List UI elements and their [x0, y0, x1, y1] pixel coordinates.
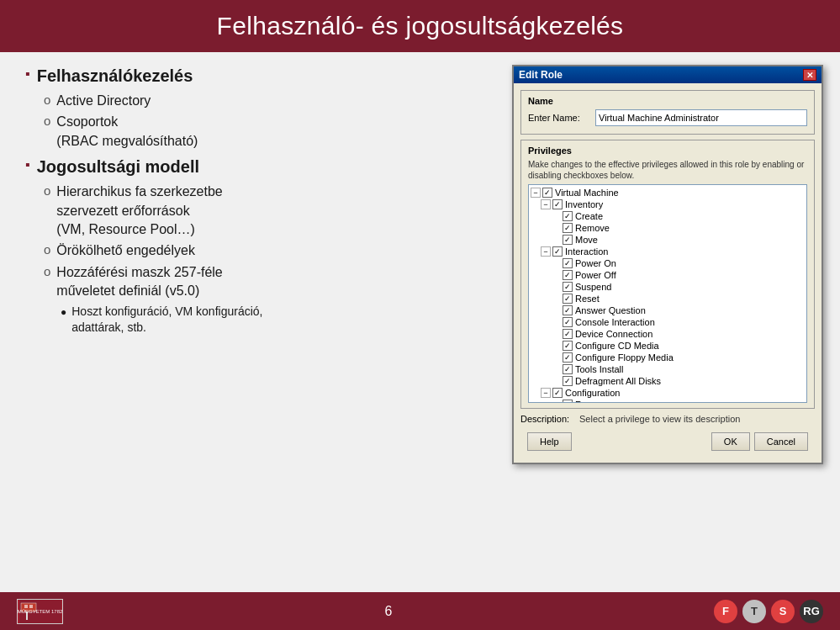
svg-rect-3: [29, 605, 33, 608]
list-item: o Hierarchikus fa szerkezetbeszervezett …: [44, 183, 495, 239]
tree-checkbox[interactable]: ✓: [552, 388, 563, 398]
section1: ▪ Felhasználókezelés: [25, 65, 495, 87]
slide-body: ▪ Felhasználókezelés o Active Directory …: [0, 52, 840, 592]
tree-checkbox[interactable]: ✓: [563, 364, 573, 374]
tree-row[interactable]: ✓ Create: [551, 210, 805, 222]
privileges-desc: Make changes to the effective privileges…: [528, 159, 807, 181]
privileges-label: Privileges: [528, 146, 807, 156]
tree-checkbox[interactable]: ✓: [563, 211, 573, 221]
tree-checkbox[interactable]: ✓: [563, 376, 573, 386]
tree-row[interactable]: ✓ Defragment All Disks: [551, 375, 805, 387]
tree-checkbox[interactable]: ✓: [552, 246, 563, 257]
sub-bullet: o: [44, 242, 50, 257]
tree-label: Configuration: [565, 388, 620, 398]
tree-checkbox[interactable]: ✓: [542, 188, 552, 198]
section1-bullet: ▪: [25, 66, 30, 82]
ok-button[interactable]: OK: [711, 432, 750, 451]
tree-checkbox[interactable]: ✓: [552, 199, 563, 209]
enter-name-label: Enter Name:: [528, 113, 595, 123]
tree-row[interactable]: ✓ Power On: [551, 257, 805, 269]
sub-bullet: o: [44, 183, 50, 198]
dialog-titlebar: Edit Role ✕: [514, 66, 822, 83]
tree-row[interactable]: ✓ Move: [551, 234, 805, 246]
tree-row[interactable]: ✓ Rename: [551, 399, 805, 403]
sub-sub-text: Hoszt konfiguráció, VM konfiguráció,adat…: [71, 304, 262, 336]
tree-checkbox[interactable]: ✓: [563, 258, 573, 268]
tree-checkbox[interactable]: ✓: [563, 400, 573, 403]
name-row: Enter Name:: [528, 109, 807, 126]
footer-icon-rg: RG: [800, 600, 823, 623]
tree-checkbox[interactable]: ✓: [563, 329, 573, 339]
sub-text: Csoportok(RBAC megvalósítható): [56, 113, 198, 151]
tree-label: Inventory: [565, 199, 603, 209]
tree-label: Power On: [575, 258, 616, 268]
tree-row[interactable]: ✓ Console Interaction: [551, 316, 805, 328]
page-number: 6: [385, 604, 393, 619]
footer-logo: MŰEGYETEM 1782: [17, 599, 63, 624]
svg-rect-2: [24, 605, 28, 608]
tree-label: Rename: [575, 400, 610, 403]
edit-role-dialog: Edit Role ✕ Name Enter Name:: [512, 65, 823, 464]
tree-row[interactable]: ✓ Suspend: [551, 281, 805, 293]
tree-checkbox[interactable]: ✓: [563, 223, 573, 233]
slide-title: Felhasználó- és jogosultságkezelés: [217, 12, 624, 40]
tree-checkbox[interactable]: ✓: [563, 352, 573, 363]
slide-header: Felhasználó- és jogosultságkezelés: [0, 0, 840, 52]
tree-label: Tools Install: [575, 364, 623, 374]
tree-expand-icon[interactable]: −: [541, 246, 551, 257]
tree-expand-icon[interactable]: −: [541, 199, 551, 209]
section1-title: Felhasználókezelés: [37, 65, 193, 87]
list-item: ● Hoszt konfiguráció, VM konfiguráció,ad…: [61, 304, 495, 336]
tree-checkbox[interactable]: ✓: [563, 270, 573, 280]
tree-label: Configure Floppy Media: [575, 352, 674, 363]
dialog-body: Name Enter Name: Privileges Make changes…: [514, 83, 822, 463]
section1-sublist: o Active Directory o Csoportok(RBAC megv…: [44, 92, 495, 151]
tree-row[interactable]: ✓ Answer Question: [551, 304, 805, 316]
tree-checkbox[interactable]: ✓: [563, 235, 573, 245]
cancel-button[interactable]: Cancel: [754, 432, 808, 451]
dialog-close-button[interactable]: ✕: [803, 69, 816, 81]
right-content: Edit Role ✕ Name Enter Name:: [512, 61, 823, 588]
tree-label: Answer Question: [575, 305, 646, 315]
sub-bullet: o: [44, 264, 50, 278]
tree-label: Interaction: [565, 246, 608, 257]
tree-row[interactable]: − ✓ Inventory: [541, 199, 805, 210]
tree-checkbox[interactable]: ✓: [563, 341, 573, 351]
tree-row[interactable]: ✓ Remove: [551, 222, 805, 234]
tree-row[interactable]: ✓ Power Off: [551, 269, 805, 281]
tree-row[interactable]: ✓ Configure CD Media: [551, 340, 805, 352]
privileges-tree[interactable]: − ✓ Virtual Machine − ✓ Inventory: [528, 184, 807, 403]
tree-label: Configure CD Media: [575, 341, 659, 351]
tree-checkbox[interactable]: ✓: [563, 282, 573, 292]
tree-checkbox[interactable]: ✓: [563, 317, 573, 327]
tree-row[interactable]: ✓ Reset: [551, 293, 805, 304]
tree-row[interactable]: − ✓ Configuration: [541, 387, 805, 399]
sub-bullet: o: [44, 114, 50, 128]
tree-label: Reset: [575, 294, 600, 304]
tree-row[interactable]: − ✓ Interaction: [541, 246, 805, 257]
description-label: Description:: [520, 414, 579, 424]
tree-expand-icon[interactable]: −: [541, 388, 551, 398]
name-input[interactable]: [595, 109, 807, 126]
list-item: o Örökölhető engedélyek: [44, 241, 495, 260]
footer-icon-s: S: [771, 600, 795, 623]
tree-expand-icon[interactable]: −: [531, 188, 541, 198]
tree-row[interactable]: ✓ Configure Floppy Media: [551, 352, 805, 363]
slide: Felhasználó- és jogosultságkezelés ▪ Fel…: [0, 0, 840, 630]
footer-icon-f: F: [714, 600, 737, 623]
footer-icons: F T S RG: [714, 600, 823, 623]
dialog-buttons: Help OK Cancel: [520, 429, 815, 456]
privileges-group: Privileges Make changes to the effective…: [520, 140, 815, 409]
tree-checkbox[interactable]: ✓: [563, 294, 573, 304]
tree-row[interactable]: − ✓ Virtual Machine: [531, 187, 805, 199]
help-button[interactable]: Help: [527, 432, 572, 451]
tree-checkbox[interactable]: ✓: [563, 305, 573, 315]
description-row: Description: Select a privilege to view …: [520, 414, 815, 424]
section2-sublist: o Hierarchikus fa szerkezetbeszervezett …: [44, 183, 495, 336]
sub-bullet: o: [44, 93, 50, 107]
left-content: ▪ Felhasználókezelés o Active Directory …: [25, 61, 495, 588]
dialog-title: Edit Role: [519, 69, 563, 81]
list-item: o Hozzáférési maszk 257-féleműveletet de…: [44, 263, 495, 301]
tree-row[interactable]: ✓ Tools Install: [551, 363, 805, 375]
tree-row[interactable]: ✓ Device Connection: [551, 328, 805, 340]
